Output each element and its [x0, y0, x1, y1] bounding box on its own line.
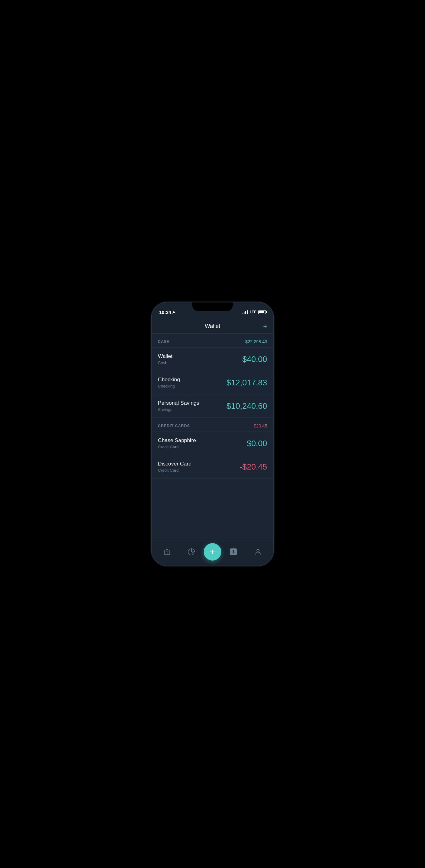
checking-account-row[interactable]: Checking Checking $12,017.83 — [152, 371, 273, 394]
checking-account-name: Checking — [158, 377, 180, 383]
chase-sapphire-type: Credit Card — [158, 444, 196, 449]
signal-bar-4 — [247, 310, 248, 314]
savings-account-type: Savings — [158, 407, 199, 412]
credit-cards-section-label: CREDIT CARDS — [158, 424, 190, 428]
wallet-account-name: Wallet — [158, 353, 173, 360]
discover-card-balance: -$20.45 — [239, 462, 267, 472]
checking-account-balance: $12,017.83 — [227, 378, 267, 388]
discover-card-row[interactable]: Discover Card Credit Card -$20.45 — [152, 455, 273, 478]
chase-sapphire-info: Chase Sapphire Credit Card — [158, 437, 196, 449]
phone-frame: 10:24 LTE Wallet + — [152, 303, 273, 565]
person-icon — [254, 548, 262, 556]
chase-sapphire-row[interactable]: Chase Sapphire Credit Card $0.00 — [152, 432, 273, 455]
dollar-icon: $ — [230, 549, 237, 555]
status-bar: 10:24 LTE — [152, 303, 273, 318]
page-title: Wallet — [205, 323, 220, 330]
chase-sapphire-name: Chase Sapphire — [158, 437, 196, 444]
add-icon: + — [210, 548, 215, 556]
checking-account-type: Checking — [158, 384, 180, 389]
svg-point-1 — [257, 549, 259, 552]
savings-account-info: Personal Savings Savings — [158, 400, 199, 412]
battery-icon — [258, 310, 266, 314]
battery-fill — [259, 311, 264, 313]
tab-bar: + $ — [152, 540, 273, 565]
wallet-account-balance: $40.00 — [242, 354, 267, 364]
location-icon — [172, 311, 175, 314]
discover-card-info: Discover Card Credit Card — [158, 461, 192, 473]
add-account-button[interactable]: + — [263, 323, 267, 330]
scroll-content: CASH $22,298.43 Wallet Cash $40.00 Check… — [152, 334, 273, 565]
discover-card-type: Credit Card — [158, 468, 192, 473]
signal-bar-3 — [245, 311, 246, 314]
tab-home[interactable] — [155, 542, 179, 561]
signal-bar-2 — [244, 312, 245, 314]
wallet-account-row[interactable]: Wallet Cash $40.00 — [152, 348, 273, 371]
app-content: Wallet + CASH $22,298.43 Wallet Cash $40… — [152, 318, 273, 565]
time-display: 10:24 — [159, 310, 171, 315]
status-time: 10:24 — [159, 310, 175, 315]
tab-profile[interactable] — [246, 542, 271, 561]
notch — [192, 303, 233, 311]
signal-bar-1 — [242, 313, 243, 314]
home-icon — [163, 548, 171, 556]
savings-account-name: Personal Savings — [158, 400, 199, 406]
savings-account-row[interactable]: Personal Savings Savings $10,240.60 — [152, 394, 273, 418]
cash-section-label: CASH — [158, 340, 170, 344]
carrier-label: LTE — [250, 310, 256, 314]
cash-section-header: CASH $22,298.43 — [152, 334, 273, 348]
tab-accounts[interactable]: $ — [221, 542, 246, 561]
checking-account-info: Checking Checking — [158, 377, 180, 389]
svg-marker-0 — [172, 311, 175, 314]
signal-bars — [242, 310, 248, 314]
wallet-account-info: Wallet Cash — [158, 353, 173, 365]
savings-account-balance: $10,240.60 — [227, 401, 267, 411]
pie-chart-icon — [188, 548, 195, 556]
discover-card-name: Discover Card — [158, 461, 192, 467]
chase-sapphire-balance: $0.00 — [247, 439, 267, 448]
cash-section-total: $22,298.43 — [245, 339, 267, 344]
tab-reports[interactable] — [179, 542, 204, 561]
wallet-account-type: Cash — [158, 361, 173, 365]
credit-cards-section-total: -$20.45 — [252, 424, 267, 428]
credit-cards-section-header: CREDIT CARDS -$20.45 — [152, 418, 273, 432]
tab-add-transaction-button[interactable]: + — [204, 543, 221, 561]
header: Wallet + — [152, 318, 273, 334]
status-right: LTE — [242, 310, 266, 314]
